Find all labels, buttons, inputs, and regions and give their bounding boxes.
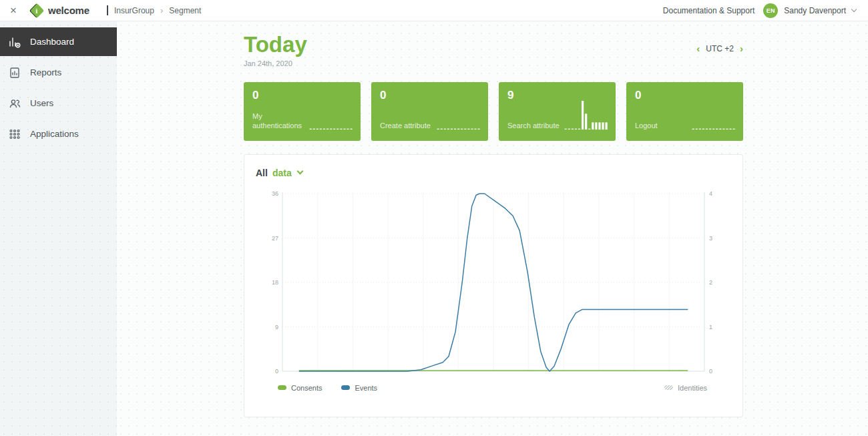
sparkline	[564, 99, 608, 131]
stat-value: 0	[380, 89, 386, 102]
svg-text:4: 4	[709, 190, 712, 197]
events-swatch-icon	[341, 385, 350, 390]
sidebar: Dashboard Reports Users Applications	[0, 21, 117, 436]
stat-card-my-authentications: 0 My authentications	[244, 82, 361, 141]
main-area: Today Jan 24th, 2020 ‹ UTC +2 › 0 My aut…	[117, 21, 868, 436]
svg-text:36: 36	[272, 190, 278, 197]
data-filter-dropdown[interactable]: All data	[256, 168, 732, 178]
line-chart: 0918273601234	[255, 182, 732, 380]
legend-item-consents[interactable]: Consents	[278, 384, 322, 392]
legend-item-identities[interactable]: Identities	[664, 384, 707, 392]
svg-text:18: 18	[272, 279, 278, 286]
sparkline	[437, 99, 481, 131]
legend-label: Identities	[678, 384, 707, 392]
stat-label: Search attribute	[507, 122, 564, 131]
consents-swatch-icon	[278, 385, 286, 390]
stat-label: Create attribute	[380, 122, 436, 131]
chevron-down-icon	[296, 168, 303, 175]
sidebar-item-reports[interactable]: Reports	[0, 58, 117, 87]
sparkline	[692, 99, 736, 131]
chevron-right-icon: ›	[160, 5, 163, 15]
chevron-right-icon[interactable]: ›	[740, 43, 743, 53]
applications-icon	[8, 128, 21, 141]
stat-value: 0	[635, 89, 641, 102]
svg-text:0: 0	[709, 368, 712, 375]
sidebar-item-label: Users	[30, 98, 53, 108]
breadcrumb: InsurGroup › Segment	[114, 5, 201, 15]
breadcrumb-item-segment[interactable]: Segment	[169, 6, 201, 15]
svg-text:2: 2	[709, 279, 712, 286]
topbar-right: Documentation & Support EN Sandy Davenpo…	[663, 3, 856, 18]
svg-text:1: 1	[709, 323, 712, 330]
stat-value: 0	[252, 89, 258, 102]
users-icon	[8, 97, 21, 110]
legend-label: Events	[355, 384, 377, 392]
svg-text:9: 9	[275, 323, 278, 330]
sidebar-item-applications[interactable]: Applications	[0, 120, 117, 148]
sparkline	[309, 99, 353, 131]
breadcrumb-item-insurgroup[interactable]: InsurGroup	[114, 6, 154, 15]
sidebar-item-users[interactable]: Users	[0, 89, 117, 118]
brand-logo-icon: i	[29, 3, 45, 18]
sidebar-item-label: Dashboard	[30, 37, 74, 47]
svg-text:3: 3	[709, 234, 712, 241]
stat-card-logout: 0 Logout	[626, 82, 743, 141]
chevron-left-icon[interactable]: ‹	[696, 43, 700, 53]
stat-card-create-attribute: 0 Create attribute	[371, 82, 488, 141]
filter-value: data	[272, 168, 292, 178]
legend-item-events[interactable]: Events	[341, 384, 377, 392]
report-icon	[8, 66, 21, 79]
svg-text:27: 27	[272, 234, 278, 241]
topbar-divider	[107, 5, 108, 15]
page-date: Jan 24th, 2020	[244, 59, 307, 67]
dashboard-icon	[8, 35, 21, 49]
avatar: EN	[763, 3, 778, 18]
sidebar-item-label: Reports	[30, 67, 61, 77]
filter-prefix: All	[256, 168, 268, 178]
page-title: Today	[244, 33, 307, 57]
svg-text:0: 0	[275, 368, 278, 375]
close-icon[interactable]: ×	[10, 5, 17, 16]
stat-value: 9	[507, 89, 513, 102]
timezone-label: UTC +2	[706, 44, 734, 53]
top-bar: × i welcome InsurGroup › Segment Documen…	[0, 0, 868, 21]
stat-cards-row: 0 My authentications 0 Create attribute …	[244, 82, 743, 141]
sidebar-item-dashboard[interactable]: Dashboard	[0, 27, 117, 56]
timezone-nav: ‹ UTC +2 ›	[696, 43, 743, 53]
brand-name: welcome	[48, 5, 89, 16]
documentation-support-link[interactable]: Documentation & Support	[663, 6, 754, 15]
chart-panel: All data 0918273601234 Consents Events I…	[244, 154, 743, 417]
brand-link[interactable]: i welcome	[31, 5, 89, 16]
user-menu[interactable]: EN Sandy Davenport	[763, 3, 856, 18]
stat-label: My authentications	[252, 112, 308, 131]
stat-label: Logout	[635, 122, 691, 131]
user-name: Sandy Davenport	[784, 6, 846, 15]
identities-swatch-icon	[664, 385, 673, 390]
legend-label: Consents	[291, 384, 322, 392]
sidebar-item-label: Applications	[30, 129, 79, 139]
stat-card-search-attribute: 9 Search attribute	[499, 82, 616, 141]
chart-legend: Consents Events Identities	[255, 384, 732, 392]
chevron-down-icon	[851, 7, 857, 12]
